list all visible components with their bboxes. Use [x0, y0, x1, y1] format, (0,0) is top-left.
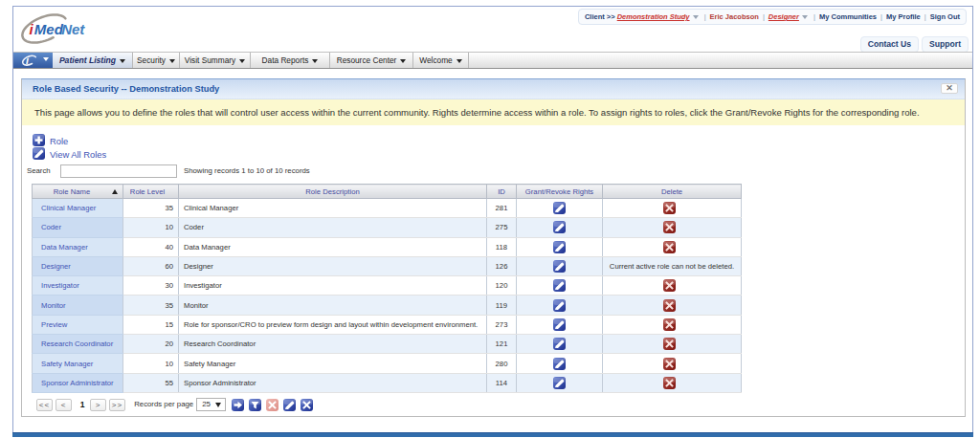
svg-text:Med: Med — [34, 21, 64, 37]
svg-text:Net: Net — [61, 21, 85, 37]
